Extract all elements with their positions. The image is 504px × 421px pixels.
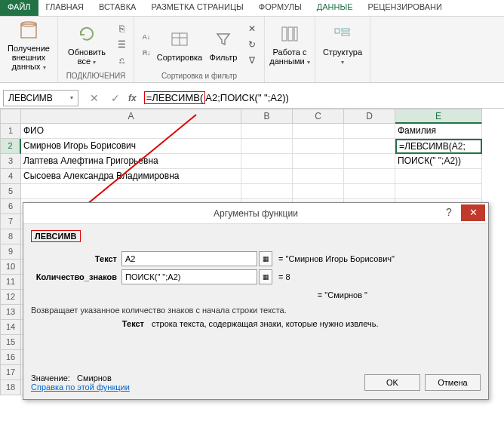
clear-filter-icon[interactable]: ✕ (244, 21, 260, 36)
param-description: строка текста, содержащая знаки, которые… (152, 319, 379, 328)
arg-input-numchars[interactable] (121, 269, 257, 284)
outline-button[interactable]: Структура▾ (320, 22, 365, 67)
col-header-d[interactable]: D (344, 109, 395, 124)
chevron-down-icon[interactable]: ▾ (70, 94, 73, 101)
cell[interactable]: Фамилия (395, 124, 482, 139)
cell[interactable] (395, 184, 482, 199)
cancel-button[interactable]: Отмена (425, 374, 481, 391)
refresh-all-button[interactable]: Обновитьвсе ▾ (63, 22, 111, 67)
function-description: Возвращает указанное количество знаков с… (31, 306, 481, 315)
tab-review[interactable]: РЕЦЕНЗИРОВАНИ (360, 0, 449, 16)
col-header-b[interactable]: B (241, 109, 293, 124)
svg-rect-10 (342, 33, 349, 35)
select-all[interactable] (0, 109, 21, 124)
cell[interactable] (241, 169, 293, 184)
cell[interactable] (293, 154, 344, 169)
tab-layout[interactable]: РАЗМЕТКА СТРАНИЦЫ (143, 0, 250, 16)
edit-links-icon[interactable]: ⎌ (114, 53, 129, 68)
svg-rect-5 (282, 27, 287, 41)
ribbon: Получениевнешних данных ▾ Обновитьвсе ▾ … (0, 17, 504, 83)
row-header[interactable]: 7 (0, 214, 21, 229)
close-icon[interactable]: ✕ (461, 204, 485, 221)
cell[interactable] (344, 139, 395, 154)
range-selector-icon[interactable]: ▦ (259, 251, 272, 266)
row-header[interactable]: 18 (0, 380, 21, 395)
cell[interactable]: Смирнов Игорь Борисович (21, 139, 241, 154)
row-header[interactable]: 8 (0, 229, 21, 244)
cell[interactable] (293, 124, 344, 139)
cell[interactable] (344, 124, 395, 139)
arg-result-text: = "Смирнов Игорь Борисович" (278, 254, 395, 263)
reapply-filter-icon[interactable]: ↻ (244, 37, 260, 52)
sort-az-icon[interactable]: A↓ (139, 29, 154, 45)
help-link[interactable]: Справка по этой функции (31, 383, 130, 392)
row-header[interactable]: 13 (0, 305, 21, 320)
help-icon[interactable]: ? (440, 206, 458, 218)
cell[interactable] (344, 184, 395, 199)
arg-input-text[interactable] (121, 251, 257, 266)
cell[interactable]: ФИО (21, 124, 241, 139)
col-header-e[interactable]: E (395, 109, 482, 124)
formula-input[interactable]: =ЛЕВСИМВ(A2;ПОИСК(" ";A2)) (141, 90, 504, 106)
row-header[interactable]: 3 (0, 154, 21, 169)
cell[interactable] (21, 184, 241, 199)
row-header[interactable]: 2 (0, 139, 21, 154)
group-sort-filter-label: Сортировка и фильтр (139, 71, 260, 81)
group-connections-label: ПОДКЛЮЧЕНИЯ (63, 71, 129, 81)
row-header[interactable]: 11 (0, 275, 21, 290)
cell[interactable] (241, 154, 293, 169)
sort-za-icon[interactable]: Я↓ (139, 45, 154, 60)
ok-button[interactable]: OK (364, 374, 420, 391)
cell[interactable] (344, 169, 395, 184)
advanced-filter-icon[interactable]: ∇ (244, 53, 260, 68)
arg-label-numchars: Количество_знаков (31, 272, 121, 281)
row-header[interactable]: 16 (0, 350, 21, 365)
row-header[interactable]: 14 (0, 320, 21, 335)
cell[interactable] (293, 139, 344, 154)
tab-file[interactable]: ФАЙЛ (0, 0, 38, 16)
cell[interactable] (395, 169, 482, 184)
function-arguments-dialog: Аргументы функции ? ✕ ЛЕВСИМВ Текст ▦ = … (23, 202, 489, 400)
tab-home[interactable]: ГЛАВНАЯ (38, 0, 91, 16)
data-tools-button[interactable]: Работа сданными ▾ (269, 22, 310, 67)
row-header[interactable]: 17 (0, 365, 21, 380)
row-header[interactable]: 12 (0, 290, 21, 305)
name-box[interactable]: ЛЕВСИМВ▾ (3, 90, 78, 106)
cancel-formula-icon[interactable]: ✕ (88, 92, 101, 104)
cell[interactable] (344, 154, 395, 169)
get-external-data-button[interactable]: Получениевнешних данных ▾ (5, 18, 53, 72)
properties-icon[interactable]: ☰ (114, 37, 129, 52)
cell[interactable] (241, 124, 293, 139)
row-header[interactable]: 1 (0, 124, 21, 139)
cell[interactable] (293, 169, 344, 184)
dialog-titlebar[interactable]: Аргументы функции ? ✕ (23, 203, 488, 224)
tab-data[interactable]: ДАННЫЕ (309, 0, 361, 16)
filter-button[interactable]: Фильтр (205, 27, 241, 62)
cell[interactable]: ПОИСК(" ";A2)) (395, 154, 482, 169)
fx-icon[interactable]: fx (128, 93, 137, 103)
connections-icon[interactable]: ⎘ (114, 21, 129, 36)
tab-formulas[interactable]: ФОРМУЛЫ (251, 0, 309, 16)
row-header[interactable]: 5 (0, 184, 21, 199)
cell-active[interactable]: =ЛЕВСИМВ(A2; (395, 139, 482, 154)
formula-bar: ЛЕВСИМВ▾ ✕ ✓ fx =ЛЕВСИМВ(A2;ПОИСК(" ";A2… (0, 88, 504, 109)
row-header[interactable]: 15 (0, 335, 21, 350)
arg-result-numchars: = 8 (278, 272, 290, 281)
row-header[interactable]: 4 (0, 169, 21, 184)
tab-insert[interactable]: ВСТАВКА (91, 0, 143, 16)
outline-icon (330, 22, 355, 46)
cell[interactable]: Сысоева Александра Владимировна (21, 169, 241, 184)
col-header-a[interactable]: A (21, 109, 241, 124)
cell[interactable]: Лаптева Алефтина Григорьевна (21, 154, 241, 169)
cell[interactable] (293, 184, 344, 199)
row-header[interactable]: 9 (0, 244, 21, 260)
svg-rect-7 (294, 27, 297, 41)
accept-formula-icon[interactable]: ✓ (109, 92, 122, 104)
range-selector-icon[interactable]: ▦ (259, 269, 272, 284)
cell[interactable] (241, 139, 293, 154)
row-header[interactable]: 10 (0, 260, 21, 275)
sort-button[interactable]: Сортировка (157, 27, 202, 62)
cell[interactable] (241, 184, 293, 199)
col-header-c[interactable]: C (293, 109, 344, 124)
row-header[interactable]: 6 (0, 199, 21, 214)
